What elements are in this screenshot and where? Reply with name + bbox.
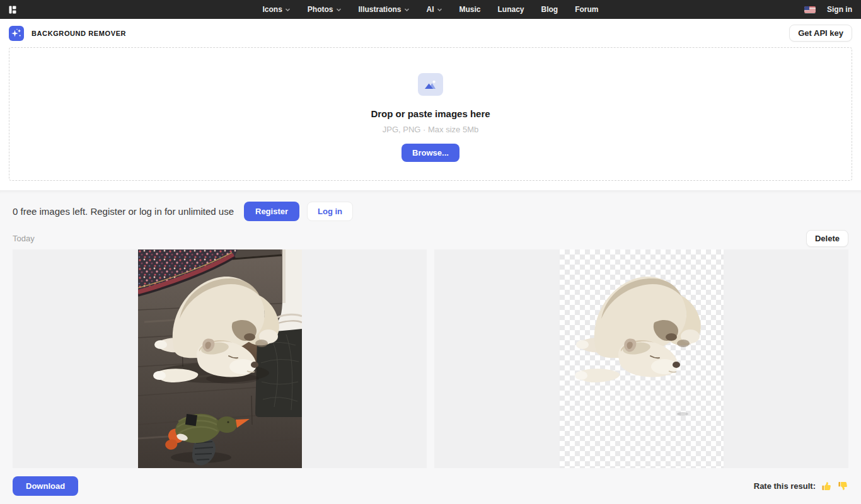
sign-in-button[interactable]: Sign in xyxy=(827,5,852,14)
nav-item-blog[interactable]: Blog xyxy=(541,5,558,14)
delete-button[interactable]: Delete xyxy=(806,230,848,247)
nav-item-photos[interactable]: Photos xyxy=(308,5,342,14)
main-menu: Icons Photos Illustrations AI Music Luna… xyxy=(262,5,598,14)
image-icon xyxy=(418,73,443,96)
date-label: Today xyxy=(13,234,35,243)
app-header: BACKGROUND REMOVER Get API key xyxy=(0,19,861,47)
nav-item-illustrations[interactable]: Illustrations xyxy=(358,5,409,14)
download-button[interactable]: Download xyxy=(13,476,78,496)
nav-item-lunacy[interactable]: Lunacy xyxy=(498,5,524,14)
results-section: 0 free images left. Register or log in f… xyxy=(0,190,861,504)
icons8-logo[interactable] xyxy=(9,6,17,14)
nav-item-label: AI xyxy=(426,5,434,14)
background-removed-dog-image xyxy=(560,249,724,468)
dropzone-title: Drop or paste images here xyxy=(371,108,490,119)
upload-dropzone[interactable]: Drop or paste images here JPG, PNG · Max… xyxy=(9,47,852,181)
us-flag-icon[interactable] xyxy=(804,6,816,13)
nav-item-label: Illustrations xyxy=(358,5,401,14)
quota-message: 0 free images left. Register or log in f… xyxy=(13,206,234,217)
nav-item-label: Music xyxy=(459,5,480,14)
sparkles-icon xyxy=(10,27,23,40)
original-image-panel xyxy=(13,249,427,468)
register-button[interactable]: Register xyxy=(244,202,299,221)
rate-result: Rate this result: xyxy=(754,481,848,491)
thumbs-down-icon[interactable] xyxy=(838,481,848,491)
log-in-button[interactable]: Log in xyxy=(307,202,353,221)
nav-item-ai[interactable]: AI xyxy=(426,5,442,14)
nav-item-label: Photos xyxy=(308,5,333,14)
result-actions: Download Rate this result: xyxy=(13,476,848,496)
nav-item-label: Blog xyxy=(541,5,558,14)
browse-button[interactable]: Browse... xyxy=(402,144,459,162)
result-image-panel xyxy=(434,249,848,468)
chevron-down-icon xyxy=(336,8,341,11)
nav-item-forum[interactable]: Forum xyxy=(575,5,598,14)
nav-item-icons[interactable]: Icons xyxy=(262,5,290,14)
background-remover-logo xyxy=(9,26,24,41)
page-title: BACKGROUND REMOVER xyxy=(32,30,126,37)
nav-right-group: Sign in xyxy=(804,5,852,14)
quota-banner: 0 free images left. Register or log in f… xyxy=(13,202,848,221)
nav-item-music[interactable]: Music xyxy=(459,5,480,14)
chevron-down-icon xyxy=(286,8,291,11)
nav-item-label: Forum xyxy=(575,5,598,14)
thumbs-up-icon[interactable] xyxy=(821,481,832,491)
get-api-key-button[interactable]: Get API key xyxy=(789,25,852,42)
top-nav: Icons Photos Illustrations AI Music Luna… xyxy=(0,0,861,19)
rate-label: Rate this result: xyxy=(754,481,816,491)
original-dog-photo xyxy=(138,249,302,468)
gallery-header: Today Delete xyxy=(13,230,848,247)
icons8-logo-icon xyxy=(9,6,17,14)
nav-item-label: Icons xyxy=(262,5,282,14)
nav-item-label: Lunacy xyxy=(498,5,524,14)
chevron-down-icon xyxy=(437,8,442,11)
chevron-down-icon xyxy=(404,8,409,11)
dropzone-hint: JPG, PNG · Max size 5Mb xyxy=(383,125,478,134)
image-comparison xyxy=(13,249,848,468)
